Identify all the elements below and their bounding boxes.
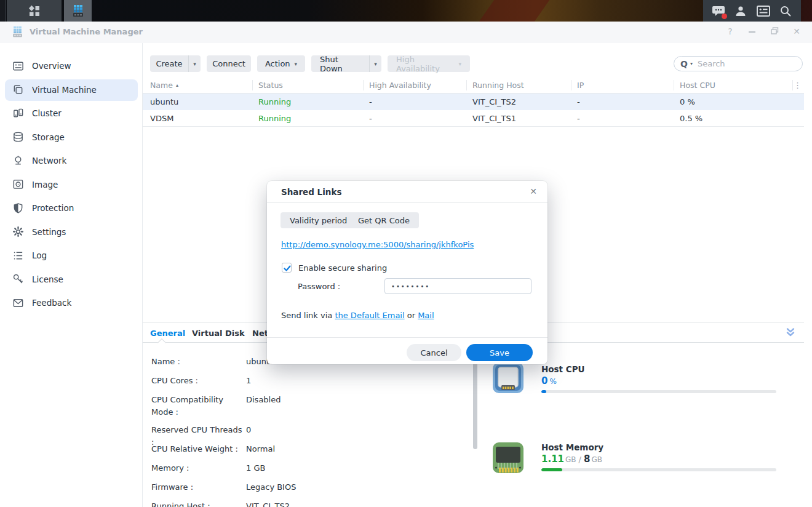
share-link[interactable]: http://demo.synology.me:5000/sharing/jkh…: [281, 240, 474, 249]
detail-value: 1: [246, 375, 251, 394]
host-cpu-progressbar: [541, 390, 776, 393]
detail-label: Name :: [151, 356, 246, 375]
sidebar-item-network[interactable]: Network: [0, 149, 143, 173]
sidebar-label: Cluster: [32, 108, 62, 118]
sidebar-label: License: [32, 274, 63, 284]
column-header-running-host[interactable]: Running Host: [472, 77, 524, 94]
search-icon: [779, 5, 792, 17]
vm-table: Name ▴ Status High Availability Running …: [143, 77, 804, 127]
vm-host-cpu: 0 %: [680, 94, 695, 110]
tab-virtual-disk[interactable]: Virtual Disk: [192, 323, 245, 343]
collapse-panel-button[interactable]: [785, 327, 796, 340]
sidebar-label: Virtual Machine: [32, 85, 97, 95]
search-scope-icon[interactable]: Q: [680, 59, 688, 69]
create-dropdown-button[interactable]: ▾: [188, 55, 201, 72]
widgets-button[interactable]: [756, 4, 771, 18]
sidebar-label: Overview: [32, 61, 71, 71]
detail-label: Reserved CPU Threads :: [151, 424, 246, 443]
sidebar-item-protection[interactable]: Protection: [0, 196, 143, 220]
log-icon: [12, 250, 24, 261]
sidebar-label: Image: [32, 180, 58, 190]
sidebar-item-settings[interactable]: Settings: [0, 220, 143, 244]
restore-button[interactable]: [770, 26, 779, 36]
vm-general-details: Name :ubuntu CPU Cores :1 CPU Compatibil…: [151, 356, 465, 507]
host-memory-progressbar: [541, 468, 776, 471]
secure-sharing-checkbox[interactable]: [282, 263, 292, 273]
detail-value: 1 GB: [246, 462, 265, 481]
taskbar-vmm-button[interactable]: [64, 0, 92, 22]
secure-sharing-row: Enable secure sharing: [282, 263, 387, 273]
storage-icon: [12, 131, 24, 143]
search-box[interactable]: Q ▾: [674, 56, 803, 71]
vm-running-host: VIT_CI_TS2: [472, 94, 516, 110]
shutdown-dropdown-button[interactable]: ▾: [369, 55, 381, 72]
sidebar-label: Protection: [32, 203, 74, 213]
search-input[interactable]: [698, 59, 802, 68]
host-memory-icon: [491, 441, 525, 477]
dialog-header: Shared Links ✕: [267, 181, 547, 203]
close-button[interactable]: ✕: [792, 26, 801, 36]
high-availability-button[interactable]: High Availability ▾: [388, 55, 470, 72]
password-label: Password :: [298, 282, 384, 291]
host-memory-value: 1.11GB/8GB: [541, 453, 602, 465]
detail-value: Legacy BIOS: [246, 481, 296, 500]
detail-label: Memory :: [151, 462, 246, 481]
column-settings-button[interactable]: ⋮: [794, 77, 802, 94]
column-header-high-availability[interactable]: High Availability: [369, 77, 431, 94]
shutdown-button[interactable]: Shut Down: [311, 55, 369, 72]
sidebar-label: Network: [32, 156, 66, 166]
create-button[interactable]: Create: [150, 55, 188, 72]
column-header-host-cpu[interactable]: Host CPU: [680, 77, 715, 94]
virtual-machine-icon: [12, 84, 24, 95]
default-email-link[interactable]: the Default Email: [335, 311, 404, 320]
taskbar: [0, 0, 812, 22]
user-menu-button[interactable]: [733, 4, 748, 18]
sidebar-label: Log: [32, 250, 47, 260]
sort-asc-icon: ▴: [176, 82, 178, 88]
help-button[interactable]: ?: [726, 26, 734, 36]
double-chevron-down-icon: [785, 327, 796, 338]
cancel-button[interactable]: Cancel: [407, 344, 461, 361]
sidebar-item-virtual-machine[interactable]: Virtual Machine: [0, 78, 143, 102]
column-header-name[interactable]: Name ▴: [150, 77, 178, 94]
cluster-icon: [12, 108, 24, 119]
sidebar-item-feedback[interactable]: Feedback: [0, 291, 143, 315]
validity-period-button[interactable]: Validity period: [281, 212, 356, 228]
sidebar-item-log[interactable]: Log: [0, 244, 143, 268]
search-button[interactable]: [778, 4, 793, 18]
sidebar-item-storage[interactable]: Storage: [0, 126, 143, 150]
secure-sharing-label: Enable secure sharing: [298, 263, 387, 273]
window-title: Virtual Machine Manager: [30, 27, 143, 36]
connect-button[interactable]: Connect: [207, 55, 251, 72]
save-button[interactable]: Save: [466, 344, 533, 361]
send-link-row: Send link via the Default Email or Mail: [281, 311, 434, 320]
column-header-ip[interactable]: IP: [577, 77, 584, 94]
detail-label: CPU Cores :: [151, 375, 246, 394]
dialog-close-icon[interactable]: ✕: [530, 186, 537, 196]
sidebar-label: Feedback: [32, 298, 71, 308]
tab-general[interactable]: General: [150, 323, 185, 343]
minimize-button[interactable]: [748, 27, 757, 36]
sidebar-item-cluster[interactable]: Cluster: [0, 102, 143, 126]
detail-value: 0: [246, 424, 251, 443]
sidebar-item-license[interactable]: License: [0, 268, 143, 292]
detail-label: CPU Relative Weight :: [151, 443, 246, 462]
network-icon: [12, 155, 24, 167]
app-launcher-button[interactable]: [7, 0, 62, 22]
get-qr-code-button[interactable]: Get QR Code: [349, 212, 419, 228]
action-button[interactable]: Action ▾: [257, 55, 305, 72]
notifications-button[interactable]: [711, 4, 726, 18]
column-header-status[interactable]: Status: [258, 77, 283, 94]
sidebar-label: Settings: [32, 227, 66, 237]
host-cpu-value: 0%: [541, 375, 557, 386]
table-row[interactable]: ubuntu Running - VIT_CI_TS2 - 0 %: [143, 94, 804, 110]
sidebar-item-overview[interactable]: Overview: [0, 54, 143, 78]
license-icon: [12, 273, 24, 285]
password-field[interactable]: [384, 278, 531, 294]
shared-links-dialog: Shared Links ✕ Validity period Get QR Co…: [267, 181, 547, 364]
show-desktop-strip[interactable]: [0, 0, 6, 22]
vm-status: Running: [258, 110, 291, 127]
mail-link[interactable]: Mail: [418, 311, 434, 320]
sidebar-item-image[interactable]: Image: [0, 173, 143, 197]
table-row[interactable]: VDSM Running - VIT_CI_TS1 - 0.5 %: [143, 110, 804, 127]
